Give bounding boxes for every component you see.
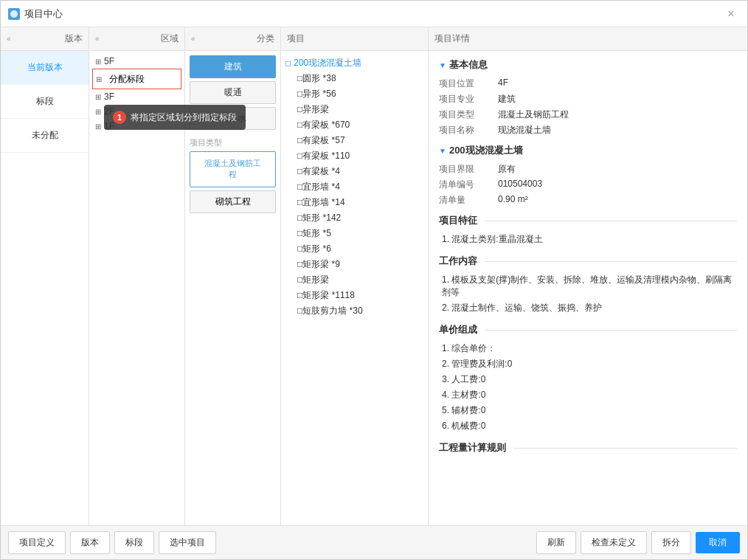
expand-icon-2f: ⊞ [95, 108, 101, 116]
project-definition-button[interactable]: 项目定义 [8, 531, 66, 554]
list-item: 1. 综合单价： [442, 341, 737, 356]
list-item[interactable]: □有梁板 *110 [285, 148, 423, 164]
detail-row-location: 项目位置 4F [439, 77, 737, 90]
calc-rule-section: 工程量计算规则 [439, 441, 737, 454]
split-button[interactable]: 拆分 [651, 531, 691, 554]
list-item: 1. 模板及支架(撑)制作、安装、拆除、堆放、运输及清理模内杂物、刷隔离剂等 [442, 272, 737, 300]
work-content-list: 1. 模板及支架(撑)制作、安装、拆除、堆放、运输及清理模内杂物、刷隔离剂等 2… [439, 272, 737, 316]
list-item[interactable]: □矩形梁 *9 [285, 257, 423, 272]
list-item[interactable]: □有梁板 *670 [285, 117, 423, 133]
list-item[interactable]: □异形梁 [285, 102, 423, 117]
list-item[interactable]: □有梁板 *4 [285, 164, 423, 179]
segment-button[interactable]: 标段 [114, 531, 154, 554]
expand-icon-5f: ⊞ [95, 58, 101, 66]
work-content-section: 工作内容 1. 模板及支架(撑)制作、安装、拆除、堆放、运输及清理模内杂物、刷隔… [439, 255, 737, 316]
window-title: 项目中心 [24, 7, 722, 21]
list-item: 4. 主材费:0 [442, 387, 737, 403]
title-bar: 项目中心 × [1, 1, 747, 27]
assign-segment-input[interactable] [105, 72, 171, 86]
detail-row-name: 项目名称 现浇混凝土墙 [439, 124, 737, 136]
list-item: 5. 辅材费:0 [442, 403, 737, 418]
items-list: □ 200现浇混凝土墙 □圆形 *38 □异形 *56 □异形梁 □有梁板 *6… [281, 51, 428, 525]
unit-cost-list: 1. 综合单价： 2. 管理费及利润:0 3. 人工费:0 4. 主材费:0 5… [439, 341, 737, 434]
version-collapse-btn[interactable]: « [7, 35, 11, 43]
items-panel: 项目 □ 200现浇混凝土墙 □圆形 *38 □异形 *56 □异形梁 □有梁板… [281, 27, 429, 525]
detail-panel: 项目详情 ▼ 基本信息 项目位置 4F 项目专业 建筑 [429, 27, 747, 525]
close-button[interactable]: × [722, 5, 740, 23]
main-window: 项目中心 × « 版本 当前版本 标段 未分配 « 区域 [0, 0, 748, 560]
list-item[interactable]: □矩形梁 [285, 272, 423, 288]
version-item-current[interactable]: 当前版本 [1, 51, 89, 85]
area-tree-item-4f[interactable]: ⊞ [92, 69, 181, 89]
category-panel-title: 分类 [257, 32, 274, 45]
area-panel-header: « 区域 [89, 27, 184, 51]
list-item[interactable]: □宜形墙 *4 [285, 179, 423, 195]
list-item: 2. 管理费及利润:0 [442, 356, 737, 372]
calc-rule-title: 工程量计算规则 [439, 441, 737, 454]
list-item[interactable]: □有梁板 *57 [285, 133, 423, 148]
detail-row-limit: 项目界限 原有 [439, 163, 737, 176]
version-panel: « 版本 当前版本 标段 未分配 [1, 27, 89, 525]
item-group-wall-header[interactable]: □ 200现浇混凝土墙 [285, 54, 423, 71]
list-item: 3. 人工费:0 [442, 372, 737, 387]
list-item[interactable]: □矩形 *6 [285, 241, 423, 257]
list-item: 6. 机械费:0 [442, 418, 737, 434]
area-panel-title: 区域 [161, 32, 179, 45]
cat-type-masonry-btn[interactable]: 砌筑工程 [190, 190, 276, 213]
wall-info-title: ▼ 200现浇混凝土墙 [439, 144, 737, 157]
detail-row-type: 项目类型 混凝土及钢筋工程 [439, 108, 737, 121]
list-item[interactable]: □异形 *56 [285, 86, 423, 102]
list-item[interactable]: □矩形 *5 [285, 226, 423, 241]
items-panel-title: 项目 [287, 32, 305, 45]
category-panel: « 分类 建筑 暖通 给排水 项目类型 混凝土及钢筋工程 砌筑工程 [185, 27, 281, 525]
expand-icon-1f: ⊞ [95, 122, 101, 131]
version-item-segment[interactable]: 标段 [1, 85, 89, 119]
selected-items-button[interactable]: 选中项目 [159, 531, 216, 554]
items-panel-header: 项目 [281, 27, 428, 51]
version-button[interactable]: 版本 [70, 531, 110, 554]
tooltip-assign: 1 将指定区域划分到指定标段 [104, 105, 246, 130]
cat-type-concrete-btn[interactable]: 混凝土及钢筋工程 [190, 151, 276, 187]
project-type-label: 项目类型 [190, 137, 276, 148]
detail-content: ▼ 基本信息 项目位置 4F 项目专业 建筑 项目类型 混凝土及钢筋工程 [429, 51, 747, 525]
features-list: 1. 混凝土类别:重晶混凝土 [439, 232, 737, 247]
list-item[interactable]: □矩形梁 *1118 [285, 288, 423, 303]
expand-icon-4f: ⊞ [96, 75, 102, 83]
version-panel-title: 版本 [65, 32, 83, 45]
basic-info-section: ▼ 基本信息 项目位置 4F 项目专业 建筑 项目类型 混凝土及钢筋工程 [439, 58, 737, 136]
detail-panel-title: 项目详情 [434, 32, 470, 45]
cat-btn-hvac[interactable]: 暖通 [190, 81, 276, 104]
category-collapse-btn[interactable]: « [191, 35, 195, 43]
tooltip-text: 将指定区域划分到指定标段 [131, 111, 237, 124]
version-panel-header: « 版本 [1, 27, 89, 51]
main-area: « 版本 当前版本 标段 未分配 « 区域 ⊞ 5F [1, 27, 747, 525]
list-item: 1. 混凝土类别:重晶混凝土 [442, 232, 737, 247]
unit-cost-section: 单价组成 1. 综合单价： 2. 管理费及利润:0 3. 人工费:0 4. 主材… [439, 323, 737, 434]
wall-info-section: ▼ 200现浇混凝土墙 项目界限 原有 清单编号 010504003 清单量 0… [439, 144, 737, 207]
list-item[interactable]: □圆形 *38 [285, 71, 423, 86]
detail-row-code: 清单编号 010504003 [439, 179, 737, 191]
cat-btn-architecture[interactable]: 建筑 [190, 55, 276, 78]
area-tree-item-5f[interactable]: ⊞ 5F [92, 54, 181, 69]
detail-row-quantity: 清单量 0.90 m² [439, 194, 737, 207]
features-title: 项目特征 [439, 214, 737, 227]
list-item[interactable]: □宜形墙 *14 [285, 195, 423, 210]
detail-panel-header: 项目详情 [429, 27, 747, 51]
triangle-icon-2: ▼ [439, 147, 446, 155]
category-panel-header: « 分类 [185, 27, 280, 51]
area-panel: « 区域 ⊞ 5F ⊞ ⊞ 3F [89, 27, 185, 525]
triangle-icon: ▼ [439, 61, 446, 69]
list-item[interactable]: □矩形 *142 [285, 210, 423, 226]
check-undefined-button[interactable]: 检查未定义 [581, 531, 647, 554]
list-item[interactable]: □短肢剪力墙 *30 [285, 303, 423, 319]
area-tree-item-3f[interactable]: ⊞ 3F [92, 89, 181, 104]
version-item-unassigned[interactable]: 未分配 [1, 119, 89, 153]
unit-cost-title: 单价组成 [439, 323, 737, 336]
area-collapse-btn[interactable]: « [95, 35, 100, 43]
cancel-primary-button[interactable]: 取消 [696, 532, 740, 553]
list-item: 2. 混凝土制作、运输、饶筑、振捣、养护 [442, 300, 737, 316]
refresh-button[interactable]: 刷新 [536, 531, 576, 554]
features-section: 项目特征 1. 混凝土类别:重晶混凝土 [439, 214, 737, 247]
basic-info-title: ▼ 基本信息 [439, 58, 737, 72]
tooltip-number: 1 [113, 111, 126, 124]
